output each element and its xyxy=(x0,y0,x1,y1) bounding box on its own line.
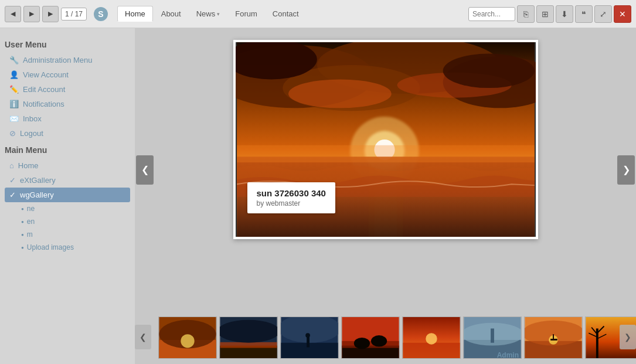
strip-next-button[interactable]: ❯ xyxy=(620,325,636,349)
menu-edit-account[interactable]: ✏️ Edit Account xyxy=(5,82,130,97)
svg-point-40 xyxy=(426,333,437,344)
nav-about[interactable]: About xyxy=(154,6,188,21)
download-button[interactable]: ⬇ xyxy=(556,5,573,23)
gallery-viewer: sun 3726030 340 by webmaster xyxy=(233,40,538,239)
gallery-prev-arrow[interactable]: ❮ xyxy=(136,155,154,185)
logout-icon: ⊘ xyxy=(9,129,16,138)
admin-label[interactable]: Admin xyxy=(497,351,519,359)
sub-item-upload[interactable]: ● Upload images xyxy=(16,241,130,254)
menu-extgallery[interactable]: ✓ eXtGallery xyxy=(5,173,130,188)
strip-prev-button[interactable]: ❮ xyxy=(135,325,151,349)
user-menu-title: User Menu xyxy=(5,40,130,49)
image-caption: sun 3726030 340 by webmaster xyxy=(247,182,335,213)
info-icon: ℹ️ xyxy=(9,100,19,108)
prev-button[interactable]: ◀ xyxy=(5,6,21,22)
main-nav: Home About News ▾ Forum Contact xyxy=(117,6,466,22)
wrench-icon: 🔧 xyxy=(9,56,19,64)
thumbnail-7[interactable] xyxy=(524,317,583,359)
nav-forum[interactable]: Forum xyxy=(228,6,264,21)
svg-point-21 xyxy=(181,334,194,348)
menu-notifications[interactable]: ℹ️ Notifications xyxy=(5,97,130,111)
main-image-frame[interactable]: sun 3726030 340 by webmaster xyxy=(233,40,538,239)
svg-point-7 xyxy=(288,79,392,108)
grid-button[interactable]: ⊞ xyxy=(536,5,554,23)
svg-rect-24 xyxy=(220,342,277,348)
svg-rect-17 xyxy=(237,145,535,162)
svg-text:S: S xyxy=(98,9,103,19)
next-button[interactable]: ▶ xyxy=(42,6,59,22)
svg-rect-39 xyxy=(403,343,460,358)
thumbnail-5[interactable] xyxy=(402,317,461,359)
thumbnail-strip: ❮ xyxy=(135,311,636,364)
image-title: sun 3726030 340 xyxy=(257,188,326,198)
sub-items: ● ne ● en ● m ● Upload images xyxy=(5,202,130,254)
top-bar: ◀ ▶ ▶ 1 / 17 S Home About News ▾ Forum C… xyxy=(0,0,636,28)
svg-rect-36 xyxy=(358,339,361,347)
bullet-icon-1: ● xyxy=(21,206,24,212)
check-icon-wg: ✓ xyxy=(9,190,16,199)
bullet-icon-4: ● xyxy=(21,245,24,250)
menu-administration[interactable]: 🔧 Administration Menu xyxy=(5,53,130,67)
svg-rect-44 xyxy=(491,328,494,342)
search-input[interactable] xyxy=(468,7,515,21)
fullscreen-button[interactable]: ⤢ xyxy=(594,5,612,23)
thumbnail-2[interactable] xyxy=(219,317,278,359)
svg-point-30 xyxy=(305,333,310,338)
sub-item-3[interactable]: ● m xyxy=(16,228,130,241)
envelope-icon: ✉️ xyxy=(9,114,19,123)
svg-point-16 xyxy=(443,54,534,89)
share-button[interactable]: ⎘ xyxy=(517,5,535,23)
thumbnail-4[interactable] xyxy=(341,317,400,359)
svg-rect-33 xyxy=(342,341,399,348)
home-icon: ⌂ xyxy=(9,161,14,170)
svg-point-35 xyxy=(371,335,387,346)
menu-home[interactable]: ⌂ Home xyxy=(5,158,130,173)
main-content: ❮ ❯ xyxy=(135,28,636,364)
bullet-icon-3: ● xyxy=(21,232,24,237)
svg-rect-29 xyxy=(307,337,310,348)
close-button[interactable]: ✕ xyxy=(614,5,631,23)
sidebar: User Menu 🔧 Administration Menu 👤 View A… xyxy=(0,28,135,364)
user-icon: 👤 xyxy=(9,70,19,79)
site-logo[interactable]: S xyxy=(91,5,110,23)
menu-inbox[interactable]: ✉️ Inbox xyxy=(5,111,130,126)
svg-rect-49 xyxy=(550,339,557,341)
quote-button[interactable]: ❝ xyxy=(575,5,593,23)
nav-home[interactable]: Home xyxy=(117,6,153,22)
thumbnail-1[interactable] xyxy=(158,317,217,359)
main-menu-title: Main Menu xyxy=(5,145,130,155)
play-button[interactable]: ▶ xyxy=(23,6,40,22)
nav-news[interactable]: News ▾ xyxy=(189,6,227,21)
toolbar-right: ⎘ ⊞ ⬇ ❝ ⤢ ✕ xyxy=(468,5,631,23)
gallery-next-arrow[interactable]: ❯ xyxy=(617,155,635,185)
menu-logout[interactable]: ⊘ Logout xyxy=(5,126,130,141)
sub-item-2[interactable]: ● en xyxy=(16,215,130,228)
nav-contact[interactable]: Contact xyxy=(266,6,306,21)
svg-point-25 xyxy=(220,320,277,343)
bullet-icon-2: ● xyxy=(21,219,24,224)
menu-wggallery[interactable]: ✓ wgGallery xyxy=(5,188,130,202)
svg-point-34 xyxy=(354,338,370,349)
menu-view-account[interactable]: 👤 View Account xyxy=(5,67,130,82)
thumbnail-3[interactable] xyxy=(280,317,339,359)
check-icon-ext: ✓ xyxy=(9,176,16,185)
content-area: User Menu 🔧 Administration Menu 👤 View A… xyxy=(0,28,636,364)
sub-item-1[interactable]: ● ne xyxy=(16,202,130,215)
svg-rect-50 xyxy=(553,334,554,340)
image-author: by webmaster xyxy=(257,199,326,207)
page-counter: 1 / 17 xyxy=(61,8,87,21)
svg-rect-37 xyxy=(375,336,378,345)
edit-icon: ✏️ xyxy=(9,85,19,94)
